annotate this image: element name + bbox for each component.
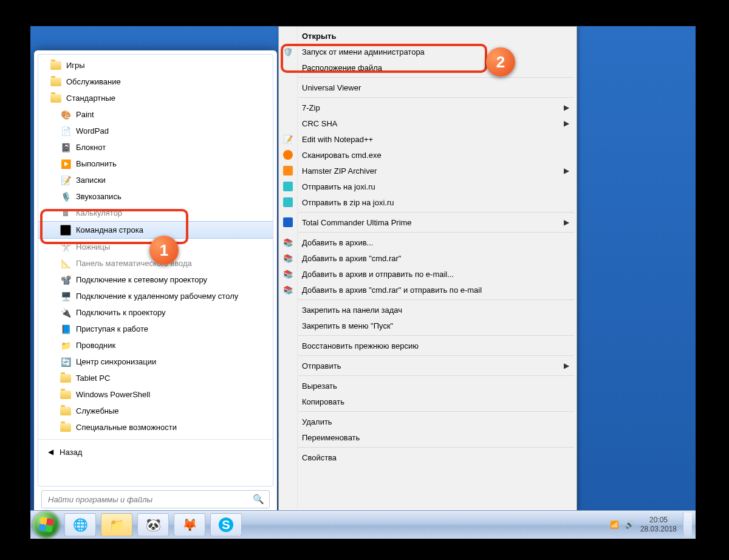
ctx-open[interactable]: Открыть <box>279 28 575 44</box>
app-label: Подключить к проектору <box>76 308 166 317</box>
ctx-rar-add-named[interactable]: 📚Добавить в архив "cmd.rar" <box>279 250 575 266</box>
search-box[interactable]: 🔍 <box>41 490 270 508</box>
ctx-file-location[interactable]: Расположение файла <box>279 60 575 75</box>
taskbar-skype[interactable]: S <box>210 513 242 536</box>
annotation-badge-2: 2 <box>486 47 515 77</box>
ctx-hamster[interactable]: Hamster ZIP Archiver▶ <box>279 163 575 179</box>
app-label: Калькулятор <box>76 208 122 217</box>
folder-label: Специальные возможности <box>76 423 177 432</box>
separator <box>298 355 574 356</box>
ctx-pin-taskbar[interactable]: Закрепить на панели задач <box>279 302 575 318</box>
folder-maintenance[interactable]: Обслуживание <box>38 73 273 90</box>
folder-accessibility[interactable]: Специальные возможности <box>38 419 273 435</box>
ctx-run-as-admin[interactable]: 🛡️Запуск от имени администратора <box>279 44 575 60</box>
folder-games[interactable]: Игры <box>38 57 273 73</box>
winrar-icon: 📚 <box>282 237 293 248</box>
show-desktop-button[interactable] <box>683 513 692 537</box>
app-icon: 📝 <box>60 175 71 186</box>
app-icon: ▶️ <box>60 159 71 169</box>
app-item[interactable]: 🖩Калькулятор <box>38 205 273 221</box>
app-item[interactable]: 🎙️Звукозапись <box>38 188 273 205</box>
taskbar-ie[interactable]: 🌐 <box>64 513 96 536</box>
chevron-right-icon: ▶ <box>564 361 569 370</box>
taskbar-firefox[interactable]: 🦊 <box>174 513 205 536</box>
taskbar-explorer[interactable]: 📁 <box>101 513 132 536</box>
ctx-scan[interactable]: Сканировать cmd.exe <box>279 147 575 163</box>
app-icon: 🎙️ <box>60 191 71 202</box>
ctx-send-to[interactable]: Отправить▶ <box>279 358 575 374</box>
ctx-universal-viewer[interactable]: Universal Viewer <box>279 80 575 95</box>
ctx-notepadpp[interactable]: 📝Edit with Notepad++ <box>279 131 575 147</box>
folder-powershell[interactable]: Windows PowerShell <box>38 386 273 403</box>
app-item[interactable]: 🎨Paint <box>38 106 273 123</box>
start-button[interactable] <box>33 511 60 538</box>
ctx-restore-version[interactable]: Восстановить прежнюю версию <box>279 338 575 353</box>
tray-time: 20:05 <box>640 516 677 525</box>
app-label: WordPad <box>76 126 109 135</box>
ctx-rar-email-named[interactable]: 📚Добавить в архив "cmd.rar" и отправить … <box>279 282 575 298</box>
system-tray: 📶 🔊 20:05 28.03.2018 <box>610 511 692 539</box>
separator <box>298 97 574 98</box>
annotation-badge-1: 1 <box>149 236 179 265</box>
ctx-rename[interactable]: Переименовать <box>279 429 575 445</box>
app-item[interactable]: 📁Проводник <box>38 337 273 353</box>
back-button[interactable]: ◀ Назад <box>38 439 273 462</box>
ctx-total-commander[interactable]: Total Commander Ultima Prime▶ <box>279 214 575 230</box>
app-item[interactable]: 🖥️Подключение к удаленному рабочему стол… <box>38 288 273 304</box>
network-icon[interactable]: 📶 <box>610 521 619 529</box>
app-item[interactable]: 📽️Подключение к сетевому проектору <box>38 271 273 288</box>
separator <box>298 447 574 448</box>
app-label: Командная строка <box>76 225 143 234</box>
app-icon: 📽️ <box>60 275 71 285</box>
program-list: Игры Обслуживание Стандартные 🎨Paint📄Wor… <box>38 54 273 487</box>
app-icon: 🔄 <box>60 357 71 367</box>
ctx-delete[interactable]: Удалить <box>279 414 575 429</box>
ctx-pin-start[interactable]: Закрепить в меню "Пуск" <box>279 318 575 333</box>
separator <box>298 77 574 78</box>
folder-label: Windows PowerShell <box>76 390 150 399</box>
folder-icon <box>60 374 71 383</box>
ctx-joxi[interactable]: Отправить на joxi.ru <box>279 179 575 194</box>
joxi-icon <box>282 197 293 208</box>
separator <box>298 299 574 300</box>
app-label: Подключение к сетевому проектору <box>76 275 207 284</box>
context-menu: Открыть 🛡️Запуск от имени администратора… <box>278 26 577 533</box>
app-item[interactable]: 📓Блокнот <box>38 139 273 155</box>
search-input[interactable] <box>47 494 249 505</box>
chevron-right-icon: ▶ <box>564 119 569 128</box>
back-arrow-icon: ◀ <box>48 448 53 456</box>
avast-icon <box>282 149 293 160</box>
winrar-icon: 📚 <box>282 253 293 264</box>
folder-system[interactable]: Служебные <box>38 403 273 419</box>
app-item[interactable]: 📝Записки <box>38 172 273 188</box>
app-label: Блокнот <box>76 143 106 152</box>
ctx-copy[interactable]: Копировать <box>279 394 575 409</box>
app-item[interactable]: 📄WordPad <box>38 123 273 139</box>
ctx-properties[interactable]: Свойства <box>279 449 575 465</box>
ctx-cut[interactable]: Вырезать <box>279 378 575 394</box>
app-item[interactable]: 📘Приступая к работе <box>38 321 273 337</box>
folder-tabletpc[interactable]: Tablet PC <box>38 370 273 386</box>
ctx-joxi-zip[interactable]: Отправить в zip на joxi.ru <box>279 194 575 210</box>
search-icon: 🔍 <box>253 494 264 505</box>
folder-accessories[interactable]: Стандартные <box>38 90 273 106</box>
app-label: Проводник <box>76 341 115 350</box>
app-item[interactable]: 🔌Подключить к проектору <box>38 304 273 321</box>
app-item[interactable]: ▶️Выполнить <box>38 155 273 172</box>
chevron-right-icon: ▶ <box>564 218 569 227</box>
app-icon: ✂️ <box>60 242 71 253</box>
app-icon: 🖥️ <box>60 291 71 302</box>
ctx-7zip[interactable]: 7-Zip▶ <box>279 100 575 115</box>
tc-icon <box>282 217 293 228</box>
volume-icon[interactable]: 🔊 <box>625 521 634 529</box>
ctx-crc-sha[interactable]: CRC SHA▶ <box>279 115 575 131</box>
ctx-rar-add[interactable]: 📚Добавить в архив... <box>279 234 575 250</box>
app-label: Центр синхронизации <box>76 357 156 366</box>
app-item[interactable]: 🔄Центр синхронизации <box>38 353 273 370</box>
app-command-prompt[interactable]: Командная строка <box>38 221 273 239</box>
taskbar-app-panda[interactable]: 🐼 <box>137 513 169 536</box>
ctx-rar-email[interactable]: 📚Добавить в архив и отправить по e-mail.… <box>279 266 575 282</box>
tray-clock[interactable]: 20:05 28.03.2018 <box>640 516 677 534</box>
chevron-right-icon: ▶ <box>564 166 569 175</box>
folder-icon <box>50 94 61 103</box>
